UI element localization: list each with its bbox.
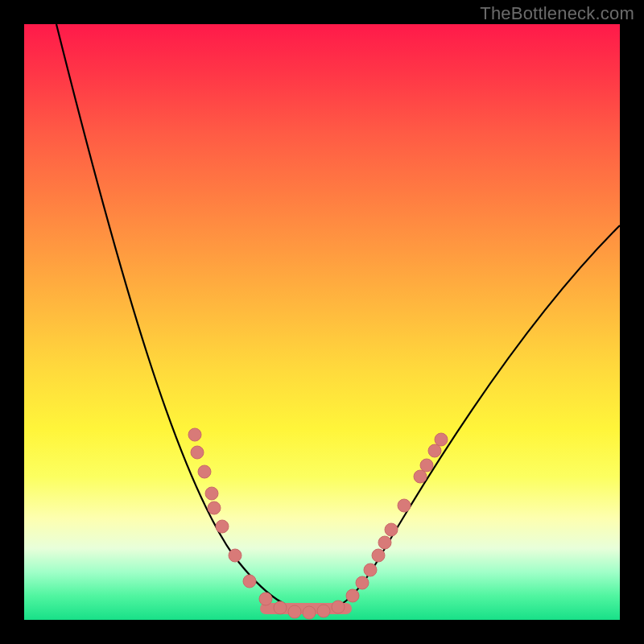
data-marker — [303, 606, 316, 619]
data-marker — [208, 502, 221, 514]
curve-path — [56, 24, 620, 612]
data-marker — [332, 601, 345, 613]
data-marker — [428, 444, 441, 457]
data-marker — [288, 605, 301, 618]
marker-group — [188, 428, 448, 619]
bottleneck-curve — [24, 24, 620, 620]
data-marker — [198, 465, 211, 478]
data-marker — [317, 605, 330, 617]
data-marker — [378, 536, 391, 549]
data-marker — [216, 520, 229, 533]
chart-frame: TheBottleneck.com — [0, 0, 644, 644]
data-marker — [259, 592, 272, 605]
data-marker — [205, 487, 218, 500]
data-marker — [372, 549, 385, 562]
data-marker — [229, 549, 242, 562]
plot-area — [24, 24, 620, 620]
data-marker — [243, 575, 256, 588]
data-marker — [435, 433, 448, 446]
data-marker — [420, 459, 433, 472]
data-marker — [398, 499, 411, 512]
data-marker — [385, 523, 398, 536]
data-marker — [191, 446, 204, 459]
data-marker — [188, 428, 201, 441]
data-marker — [414, 470, 427, 483]
data-marker — [274, 601, 287, 614]
watermark-text: TheBottleneck.com — [480, 3, 634, 24]
data-marker — [364, 564, 377, 576]
data-marker — [346, 589, 359, 602]
data-marker — [356, 576, 369, 589]
